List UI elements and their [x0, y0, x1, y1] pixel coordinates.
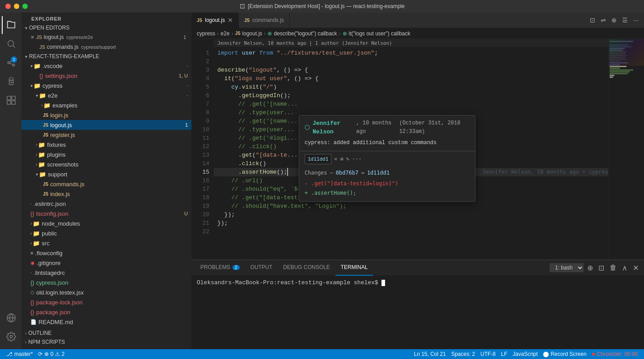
line-19: 19 [191, 202, 209, 210]
tree-item-e2e[interactable]: ▾ 📁 e2e · [21, 90, 191, 100]
source-control-icon[interactable]: 3 [2, 54, 20, 72]
debug-icon[interactable] [2, 73, 20, 90]
terminal-shell-select[interactable]: 1: bash [550, 263, 584, 272]
status-encoding[interactable]: UTF-8 [478, 349, 498, 359]
line-18: 18 [191, 193, 209, 202]
minimize-button[interactable] [14, 4, 19, 9]
search-icon[interactable] [2, 35, 20, 53]
overflow-icon[interactable]: ··· [631, 16, 640, 25]
tree-item-gitignore[interactable]: ◉ .gitignore [21, 258, 191, 268]
tree-item-vscode[interactable]: ▾ 📁 .vscode · [21, 61, 191, 71]
public-folder: public [42, 230, 191, 237]
tree-item-package-json[interactable]: {} package.json [21, 307, 191, 317]
hash-tag[interactable]: 1d11dd1 [305, 154, 331, 164]
tree-item-tsconfig[interactable]: {} tsconfig.json U [21, 209, 191, 218]
close-button[interactable] [5, 4, 11, 9]
status-sync[interactable]: ⟳ ⊗ 0 ⚠ 2 [35, 349, 67, 359]
split-terminal-icon[interactable]: ⊡ [597, 263, 606, 273]
breadcrumb-it[interactable]: it("logs out user") callback [349, 30, 411, 37]
hash-more-icon: ··· [352, 155, 362, 163]
maximize-panel-icon[interactable]: ∧ [620, 263, 629, 273]
status-line-ending[interactable]: LF [498, 349, 510, 359]
tree-item-package-lock[interactable]: {} package-lock.json [21, 297, 191, 307]
e2e-folder: e2e [48, 92, 186, 99]
tree-item-examples[interactable]: › 📁 examples [21, 100, 191, 110]
status-spaces[interactable]: Spaces: 2 [449, 349, 478, 359]
line-21: 21 [191, 219, 209, 227]
status-record-screen[interactable]: ⬤ Record Screen [540, 349, 589, 359]
tree-item-plugins[interactable]: › 📁 plugins [21, 150, 191, 159]
tab-problems[interactable]: PROBLEMS 2 [195, 260, 245, 276]
tab-debug-console[interactable]: DEBUG CONSOLE [278, 260, 335, 276]
tab-logout-close[interactable]: ✕ [228, 17, 233, 23]
settings-icon[interactable] [2, 328, 20, 346]
tree-item-flowconfig[interactable]: ≡ .flowconfig [21, 248, 191, 258]
tree-item-logout[interactable]: JS logout.js 1 [21, 120, 191, 130]
add-terminal-icon[interactable]: ⊕ [585, 263, 595, 273]
tree-item-eslint[interactable]: · .eslintrc.json [21, 199, 191, 209]
remote-icon[interactable] [2, 309, 20, 327]
tree-item-support[interactable]: ▾ 📁 support [21, 169, 191, 179]
open-editor-logout[interactable]: ✕ JS logout.js cypress/e2e 1 [21, 32, 191, 42]
status-branch[interactable]: ⎇ master* [4, 349, 35, 359]
tab-logout[interactable]: JS logout.js ✕ [191, 13, 239, 28]
close-icon[interactable]: ✕ [30, 34, 34, 40]
tree-item-commands[interactable]: JS commands.js [21, 179, 191, 189]
split-editor-icon[interactable]: ⊡ [588, 16, 597, 25]
tree-item-settings[interactable]: {} settings.json 1, U [21, 71, 191, 81]
tree-item-lintstaged[interactable]: · .lintstagedrc [21, 268, 191, 278]
file-tree: ▾ 📁 .vscode · {} settings.json 1, U ▾ 📁 [21, 61, 191, 349]
line-2: 2 [191, 57, 209, 66]
folder-icon-7: 📁 [38, 161, 45, 168]
tab-commands[interactable]: JS commands.js [239, 13, 290, 28]
tree-item-readme[interactable]: 📄 README.md [21, 317, 191, 327]
code-editor[interactable]: Jennifer Nelson, 10 months ago | 1 autho… [191, 39, 644, 260]
tree-item-public[interactable]: › 📁 public [21, 228, 191, 238]
status-position[interactable]: Ln 15, Col 21 [411, 349, 449, 359]
more-actions-icon[interactable]: ⊕ [610, 16, 619, 25]
tree-item-login[interactable]: JS login.js [21, 110, 191, 120]
register-js: register.js [50, 132, 191, 138]
breadcrumb-logout[interactable]: logout.js [242, 30, 263, 37]
open-editor-commands-path: cypress/support [81, 44, 116, 50]
breadcrumb-describe[interactable]: describe("logout") callback [274, 30, 337, 37]
status-chronicler[interactable]: ■ Chronicler: 00:00 [589, 349, 640, 359]
changes-label: Changes — 0bd76b7 ↔ 1d11dd1 [305, 169, 470, 177]
tree-item-old-login[interactable]: ⬡ old.login.testex.jsx [21, 287, 191, 297]
code-content[interactable]: import user from "../fixtures/test_user.… [214, 39, 608, 260]
npm-scripts-header[interactable]: › NPM SCRIPTS [21, 338, 191, 346]
open-editor-commands[interactable]: JS commands.js cypress/support [21, 42, 191, 52]
terminal-content[interactable]: Oleksandrs-MacBook-Pro:react-testing-exa… [191, 276, 644, 349]
popup-author: Jennifer Nelson [313, 119, 353, 136]
source-control-badge: 3 [11, 56, 17, 63]
tree-item-register[interactable]: JS register.js [21, 130, 191, 140]
tab-terminal[interactable]: TERMINAL [335, 260, 373, 276]
breadcrumb-cypress[interactable]: cypress [197, 30, 215, 37]
svg-point-14 [10, 335, 13, 338]
open-editors-header[interactable]: ▾ OPEN EDITORS [21, 23, 191, 32]
window-controls[interactable] [5, 4, 28, 9]
tree-item-src[interactable]: › 📁 src [21, 238, 191, 248]
toggle-panel-icon[interactable]: ☰ [620, 16, 630, 25]
delete-terminal-icon[interactable]: 🗑 [608, 263, 619, 273]
popup-changes: Changes — 0bd76b7 ↔ 1d11dd1 - .get("[dat… [299, 167, 475, 201]
breadcrumb-e2e[interactable]: e2e [220, 30, 229, 37]
project-header[interactable]: ▾ REACT-TESTING-EXAMPLE [21, 52, 191, 61]
tree-item-fixtures[interactable]: › 📁 fixtures [21, 140, 191, 150]
open-changes-icon[interactable]: ⇌ [599, 16, 608, 25]
tree-item-node-modules[interactable]: › 📁 node_modules [21, 218, 191, 228]
tree-item-cypress[interactable]: ▾ 📁 cypress · [21, 81, 191, 90]
tree-item-cypress-json[interactable]: {} cypress.json [21, 278, 191, 287]
extensions-icon[interactable] [2, 91, 20, 109]
tree-item-screenshots[interactable]: › 📁 screenshots [21, 159, 191, 169]
tree-item-index[interactable]: JS index.js [21, 189, 191, 199]
status-language[interactable]: JavaScript [510, 349, 540, 359]
close-panel-icon[interactable]: ✕ [631, 263, 640, 273]
maximize-button[interactable] [22, 4, 28, 9]
svg-rect-12 [7, 101, 11, 104]
tab-output[interactable]: OUTPUT [245, 260, 278, 276]
editor-area: JS logout.js ✕ JS commands.js ⊡ ⇌ ⊕ ☰ ··… [191, 13, 644, 349]
outline-header[interactable]: › OUTLINE [21, 329, 191, 338]
explorer-icon[interactable] [2, 16, 20, 34]
activity-bottom [2, 309, 20, 349]
